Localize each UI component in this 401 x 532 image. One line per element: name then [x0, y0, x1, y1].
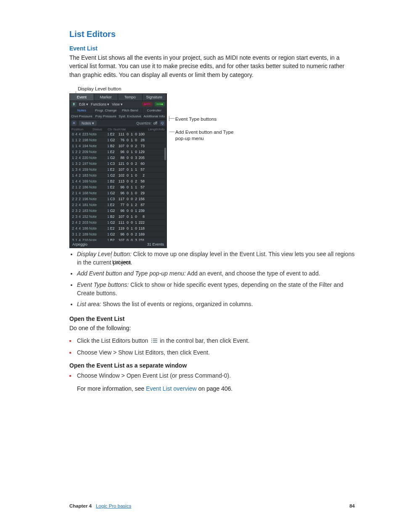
tab-event[interactable]: Event: [70, 94, 94, 101]
svg-point-4: [151, 342, 152, 343]
open-separate-steps: Choose Window > Open Event List (or pres…: [69, 371, 355, 380]
tab-signature[interactable]: Signature: [142, 94, 167, 101]
intro-paragraph: The Event List shows all the events in y…: [69, 53, 355, 79]
etype-chnl-pressure[interactable]: Chnl Pressure: [70, 114, 94, 119]
etype-additional-info[interactable]: Additional Info: [142, 114, 167, 119]
open-event-list-lead: Do one of the following:: [69, 324, 355, 332]
event-type-buttons: Notes Progr. Change Pitch Bend Controlle…: [70, 108, 166, 119]
table-row[interactable]: 124220Note1G288003205: [70, 155, 166, 161]
quantize-label: Quantize:: [136, 121, 151, 125]
section-heading: List Editors: [69, 29, 355, 39]
col-length: Length/Info: [129, 127, 165, 131]
event-list-screenshot: Display Level button Event Type buttons …: [69, 86, 237, 241]
scrollbar-thumb[interactable]: [164, 148, 166, 160]
feature-bullets: Display Level button: Click to move up o…: [77, 250, 355, 309]
col-ch: Ch: [108, 127, 113, 131]
col-position: Position: [71, 127, 92, 131]
etype-syst-exclusive[interactable]: Syst. Exclusive: [118, 114, 142, 119]
event-list-overview-link[interactable]: Event List overview: [146, 385, 197, 392]
footer-event-count: 31 Events: [147, 242, 164, 246]
callout-list-area: List area: [112, 259, 131, 265]
table-row[interactable]: 044223Note1E2111010100: [70, 132, 166, 138]
table-row[interactable]: 212186Note1E29601157: [70, 185, 166, 191]
etype-notes[interactable]: Notes: [70, 108, 94, 114]
functions-menu[interactable]: Functions ▾: [91, 102, 109, 106]
table-row[interactable]: 312189Note1G296002169: [70, 232, 166, 238]
feature-bullet: List area: Shows the list of events or r…: [77, 300, 355, 308]
etype-poly-pressure[interactable]: Poly Pressure: [94, 114, 119, 119]
svg-rect-1: [153, 339, 157, 339]
table-row[interactable]: 224181Note1E27701287: [70, 202, 166, 208]
list-editors-icon: [151, 337, 158, 346]
footer-region-name: Arpeggio: [72, 242, 87, 246]
subsection-heading: Event List: [69, 45, 355, 52]
col-val: Val: [121, 127, 129, 131]
edit-menu[interactable]: Edit ▾: [79, 102, 88, 106]
table-row[interactable]: 134159Note1E210701157: [70, 167, 166, 173]
table-row[interactable]: 232183Note1G296001239: [70, 208, 166, 214]
add-event-button[interactable]: +: [71, 121, 77, 126]
etype-controller[interactable]: Controller: [142, 108, 167, 114]
feature-bullet: Event Type buttons: Click to show or hid…: [77, 281, 355, 298]
table-row[interactable]: 144169Note1B211300258: [70, 179, 166, 185]
filter-button[interactable]: ●⟵: [142, 102, 152, 106]
step-click-list-editors: Click the List Editors button in the con…: [69, 336, 355, 346]
col-status: Status: [92, 127, 108, 131]
create-button[interactable]: ⟶●: [155, 102, 165, 106]
table-row[interactable]: 142183Note1G21020102: [70, 173, 166, 179]
svg-point-2: [151, 340, 152, 341]
list-area[interactable]: 044223Note1E2111010100112198Note1G276010…: [70, 132, 166, 241]
step-view-menu: Choose View > Show List Editors, then cl…: [69, 348, 355, 357]
table-row[interactable]: 242203Note1G2111001222: [70, 220, 166, 226]
view-menu[interactable]: View ▾: [112, 102, 123, 106]
display-level-button[interactable]: ⇞: [71, 102, 77, 107]
table-row[interactable]: 112198Note1G27601028: [70, 138, 166, 143]
chapter-label: Chapter 4: [69, 503, 92, 508]
table-row[interactable]: 214168Note1G29601029: [70, 191, 166, 196]
step-window-menu: Choose Window > Open Event List (or pres…: [69, 371, 355, 380]
open-event-list-heading: Open the Event List: [69, 315, 355, 323]
table-row[interactable]: 244186Note1E2119010118: [70, 226, 166, 232]
chapter-link[interactable]: Logic Pro basics: [96, 503, 131, 508]
callout-display-level: Display Level button: [78, 86, 121, 92]
table-row[interactable]: 114194Note1B210700273: [70, 143, 166, 149]
table-row[interactable]: 132197Note1C312100260: [70, 161, 166, 167]
panel-tabs: Event Marker Tempo Signature: [70, 94, 166, 101]
open-event-list-steps: Click the List Editors button in the con…: [69, 336, 355, 357]
table-row[interactable]: 314210Note1B2107003231: [70, 238, 166, 241]
page-footer: Chapter 4 Logic Pro basics 84: [69, 503, 355, 508]
svg-rect-5: [153, 342, 157, 343]
tab-marker[interactable]: Marker: [94, 94, 119, 101]
more-info: For more information, see Event List ove…: [77, 384, 355, 393]
quantize-value[interactable]: off: [153, 121, 157, 125]
callout-add-event: Add Event button and Type pop-up menu: [175, 129, 234, 142]
event-list-panel: Event Marker Tempo Signature ⇞ Edit ▾ Fu…: [69, 93, 167, 248]
table-row[interactable]: 222196Note1C3117002156: [70, 196, 166, 202]
callout-event-type-buttons: Event Type buttons: [175, 116, 216, 122]
open-separate-heading: Open the Event List as a separate window: [69, 361, 355, 370]
tab-tempo[interactable]: Tempo: [118, 94, 142, 101]
svg-rect-3: [153, 340, 157, 341]
table-row[interactable]: 234152Note1B21070108: [70, 214, 166, 220]
type-popup-menu[interactable]: Notes ▾: [79, 121, 97, 126]
col-num: Num: [113, 127, 121, 131]
columns-header: Position Status Ch Num Val Length/Info: [70, 127, 166, 132]
etype-prog-change[interactable]: Progr. Change: [94, 108, 119, 114]
feature-bullet: Add Event button and Type pop-up menu: A…: [77, 269, 355, 278]
table-row[interactable]: 122209Note1E296010129: [70, 149, 166, 155]
etype-pitch-bend[interactable]: Pitch Bend: [118, 108, 142, 114]
quantize-button[interactable]: Q: [160, 121, 165, 126]
svg-point-0: [151, 339, 152, 339]
page-number: 84: [349, 503, 355, 508]
